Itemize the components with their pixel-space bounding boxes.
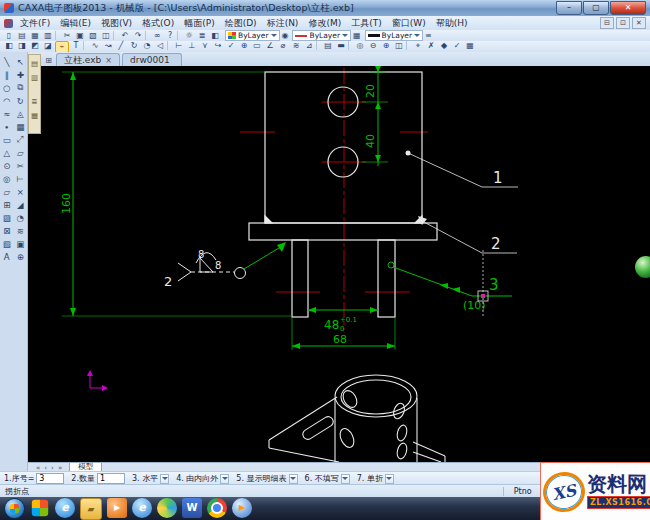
draw-tool-icon[interactable]: ▧ <box>1 237 13 250</box>
toolbar-icon[interactable] <box>83 41 88 50</box>
toolbar-icon[interactable] <box>167 41 172 50</box>
serial-input[interactable]: 3 <box>36 473 64 484</box>
toolbar-icon[interactable]: ⊖ <box>367 41 379 51</box>
toolbar-icon[interactable]: ⊢ <box>173 41 185 51</box>
draw-tool-icon[interactable]: ╲ <box>1 55 13 68</box>
dock-tab-icon[interactable]: ▦ <box>30 109 40 121</box>
modify-tool-icon[interactable]: ▣ <box>14 237 26 250</box>
toolbar-icon[interactable]: ⌖ <box>412 41 424 51</box>
taskbar-app-icon[interactable]: ▰ <box>80 498 102 520</box>
draw-tool-icon[interactable]: ◠ <box>1 94 13 107</box>
toolbar-icon[interactable]: ⋎ <box>199 41 211 51</box>
toolbar-icon[interactable] <box>406 41 411 50</box>
toolbar-icon[interactable]: ▥ <box>42 31 54 41</box>
toolbar-icon[interactable]: ▧ <box>87 31 99 41</box>
menu-item[interactable]: 帮助(H) <box>431 16 473 31</box>
option-bom-display[interactable]: 5. 显示明细表 <box>236 473 297 484</box>
toolbar-icon[interactable]: ◧ <box>209 31 221 41</box>
taskbar-app-icon[interactable]: W <box>182 498 202 518</box>
tabstrip-icon[interactable]: ⊞ <box>43 55 54 66</box>
taskbar-app-icon[interactable] <box>207 498 227 518</box>
dropdown-arrow-icon[interactable] <box>289 474 298 484</box>
toolbar-icon[interactable]: T <box>70 41 82 51</box>
toolbar-icon[interactable]: ▯ <box>3 31 15 41</box>
toolbar-icon[interactable]: ↝ <box>102 41 114 51</box>
toolbar-icon[interactable]: ⊕ <box>238 41 250 51</box>
draw-tool-icon[interactable]: ⊠ <box>1 224 13 237</box>
modify-tool-icon[interactable]: ⧉ <box>14 81 26 94</box>
toolbar-icon[interactable]: ◪ <box>42 41 54 51</box>
document-tab[interactable]: 立柱.exb × <box>56 53 120 66</box>
dropdown-arrow-icon[interactable] <box>160 474 169 484</box>
modify-tool-icon[interactable]: ≋ <box>14 224 26 237</box>
toolbar-icon[interactable] <box>316 41 321 50</box>
toolbar-icon[interactable] <box>177 31 182 40</box>
toolbar-icon[interactable]: ∿ <box>89 41 101 51</box>
assistant-ball-icon[interactable] <box>635 256 650 278</box>
taskbar-app-icon[interactable] <box>32 499 48 515</box>
mdi-window-button[interactable]: ✕ <box>632 17 646 29</box>
dock-tab-icon[interactable]: ▤ <box>30 57 40 69</box>
draw-tool-icon[interactable]: ⊙ <box>1 159 13 172</box>
toolbar-icon[interactable]: ✓ <box>451 41 463 51</box>
draw-tool-icon[interactable]: ◎ <box>1 172 13 185</box>
modify-tool-icon[interactable]: ↻ <box>14 94 26 107</box>
dock-tab-icon[interactable]: ≣ <box>30 95 40 107</box>
dock-tab-icon[interactable]: ▥ <box>30 71 40 83</box>
toolbar-icon[interactable]: ✗ <box>425 41 437 51</box>
taskbar-app-icon[interactable] <box>157 498 177 518</box>
tab-close-icon[interactable]: × <box>105 56 112 65</box>
toolbar-icon[interactable]: ▤ <box>16 31 28 41</box>
toolbar-icon[interactable]: ▣ <box>74 31 86 41</box>
dropdown-arrow-icon[interactable] <box>220 474 229 484</box>
modify-tool-icon[interactable]: ↖ <box>14 55 26 68</box>
toolbar-icon[interactable]: ? <box>164 31 176 41</box>
toolbar-icon[interactable]: ▦ <box>29 31 41 41</box>
toolbar-icon[interactable]: ✂ <box>61 31 73 41</box>
menu-item[interactable]: 窗口(W) <box>387 16 431 31</box>
draw-tool-icon[interactable]: ≈ <box>1 107 13 120</box>
toolbar-icon[interactable]: ⊕ <box>380 41 392 51</box>
modify-tool-icon[interactable]: ✂ <box>14 159 26 172</box>
draw-tool-icon[interactable]: △ <box>1 146 13 159</box>
modify-tool-icon[interactable]: ◔ <box>14 211 26 224</box>
mdi-window-button[interactable]: ⊟ <box>600 17 614 29</box>
modify-tool-icon[interactable]: ⤢ <box>14 133 26 146</box>
quantity-input[interactable]: 1 <box>97 473 125 484</box>
toolbar-icon[interactable] <box>348 41 353 50</box>
maximize-button[interactable]: ▢ <box>583 1 609 15</box>
option-orientation[interactable]: 3. 水平 <box>132 473 169 484</box>
option-fold[interactable]: 7. 单折 <box>357 473 394 484</box>
menu-item[interactable]: 绘图(D) <box>220 16 262 31</box>
start-button[interactable] <box>4 498 25 519</box>
dropdown-arrow-icon[interactable] <box>385 474 394 484</box>
toolbar-icon[interactable]: ▭ <box>251 41 263 51</box>
modify-tool-icon[interactable]: ⨯ <box>14 185 26 198</box>
draw-tool-icon[interactable]: A <box>1 250 13 263</box>
draw-tool-icon[interactable]: ∙ <box>1 120 13 133</box>
toolbar-icon[interactable]: ⌁ <box>55 41 69 53</box>
toolbar-icon[interactable]: ▦ <box>464 41 476 51</box>
draw-tool-icon[interactable]: ∥ <box>1 68 13 81</box>
lineweight-manager-icon[interactable]: ≡ <box>425 31 432 40</box>
toolbar-icon[interactable]: ≋ <box>290 41 302 51</box>
modify-tool-icon[interactable]: ◬ <box>14 107 26 120</box>
modify-tool-icon[interactable]: ⊢ <box>14 172 26 185</box>
close-button[interactable]: ✕ <box>610 1 646 15</box>
toolbar-icon[interactable]: ↪ <box>212 41 224 51</box>
toolbar-icon[interactable]: ▬ <box>335 41 347 51</box>
lineweight-combo[interactable]: ByLayer <box>365 30 424 41</box>
menu-item[interactable]: 修改(M) <box>303 16 346 31</box>
toolbar-icon[interactable]: ↷ <box>132 31 144 41</box>
toolbar-icon[interactable]: ↶ <box>119 31 131 41</box>
menu-item[interactable]: 幅面(P) <box>179 16 219 31</box>
modify-tool-icon[interactable]: ⊕ <box>14 250 26 263</box>
toolbar-icon[interactable]: ↻ <box>128 41 140 51</box>
toolbar-icon[interactable]: ◆ <box>438 41 450 51</box>
toolbar-icon[interactable]: ◫ <box>393 41 405 51</box>
option-direction[interactable]: 4. 由内向外 <box>176 473 229 484</box>
toolbar-icon[interactable]: ⊥ <box>186 41 198 51</box>
color-wheel-icon[interactable]: ◉ <box>282 31 289 40</box>
menu-item[interactable]: 格式(O) <box>137 16 179 31</box>
toolbar-icon[interactable]: ◨ <box>16 41 28 51</box>
